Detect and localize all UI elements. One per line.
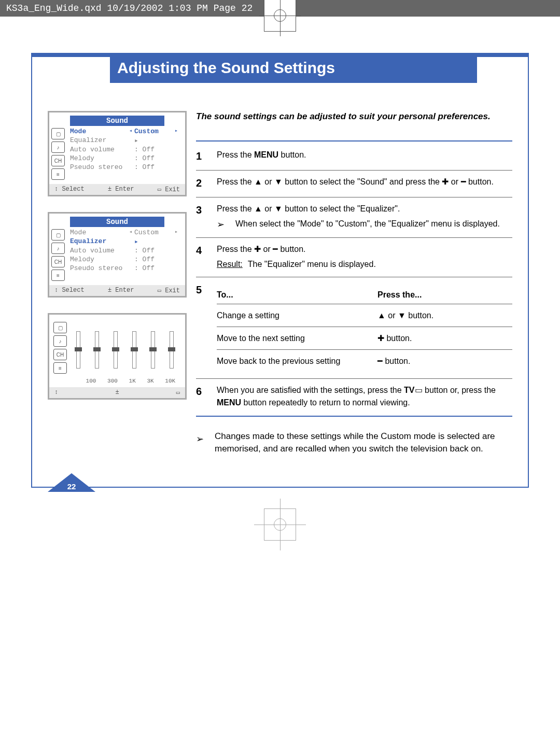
- crop-mark-bottom: [264, 508, 296, 541]
- eq-band-labels: 1003001K3K10K: [69, 378, 181, 384]
- osd-row-melody: Melody: Off: [67, 255, 185, 264]
- osd-row-pseudo: Pseudo stereo: Off: [67, 264, 185, 273]
- page-number-badge: 22: [48, 473, 95, 492]
- page-title: Adjusting the Sound Settings: [110, 54, 477, 83]
- filename-info: KS3a_Eng_Wide.qxd 10/19/2002 1:03 PM Pag…: [6, 3, 253, 13]
- note: Changes made to these settings while the…: [196, 430, 512, 456]
- step-4: 4 Press the ✚ or ━ button. Result:The "E…: [196, 237, 512, 276]
- osd-side-icons: ▢♪CH≡: [49, 227, 67, 285]
- steps-list: 1 Press the MENU button. 2 Press the ▲ o…: [196, 140, 512, 417]
- osd-row-mode: Mode◂Custom▸: [67, 228, 185, 237]
- step-2: 2 Press the ▲ or ▼ button to select the …: [196, 170, 512, 197]
- osd-sound-equalizer: Sound ▢♪CH≡ Mode◂Custom▸ Equalizer▸ Auto…: [48, 212, 187, 298]
- crop-mark-top: [264, 0, 296, 32]
- osd-footer: ↕±▭: [49, 387, 185, 398]
- intro-text: The sound settings can be adjusted to su…: [196, 111, 512, 123]
- page-frame: Adjusting the Sound Settings Sound ▢♪CH≡…: [31, 53, 529, 488]
- osd-equalizer-graphic: ▢♪CH≡ 1003001: [48, 313, 187, 400]
- pointer-icon: [217, 218, 235, 231]
- osd-title: Sound: [70, 116, 164, 126]
- osd-row-autovol: Auto volume: Off: [67, 145, 185, 154]
- osd-footer: ↕ Select± Enter▭ Exit: [49, 285, 185, 296]
- pointer-icon: [196, 430, 215, 456]
- osd-row-melody: Melody: Off: [67, 154, 185, 163]
- osd-side-icons: ▢♪CH≡: [49, 126, 67, 184]
- osd-row-autovol: Auto volume: Off: [67, 246, 185, 255]
- eq-sliders: [69, 322, 181, 369]
- step-1: 1 Press the MENU button.: [196, 141, 512, 170]
- left-column: Sound ▢♪CH≡ Mode◂Custom▸ Equalizer▸ Auto…: [48, 111, 187, 456]
- right-column: The sound settings can be adjusted to su…: [196, 111, 512, 456]
- osd-row-pseudo: Pseudo stereo: Off: [67, 163, 185, 172]
- osd-side-icons: ▢♪CH≡: [53, 322, 69, 376]
- osd-row-mode: Mode◂Custom▸: [67, 127, 185, 136]
- osd-sound-mode: Sound ▢♪CH≡ Mode◂Custom▸ Equalizer▸ Auto…: [48, 111, 187, 196]
- osd-row-equalizer: Equalizer▸: [67, 237, 185, 246]
- step-5: 5 To...Press the... Change a setting▲ or…: [196, 277, 512, 379]
- step-6: 6 When you are satisfied with the settin…: [196, 378, 512, 416]
- osd-row-equalizer: Equalizer▸: [67, 136, 185, 145]
- action-table: To...Press the... Change a setting▲ or ▼…: [217, 286, 512, 373]
- step-3: 3 Press the ▲ or ▼ button to select the …: [196, 197, 512, 237]
- osd-footer: ↕ Select± Enter▭ Exit: [49, 184, 185, 195]
- osd-title: Sound: [70, 217, 164, 227]
